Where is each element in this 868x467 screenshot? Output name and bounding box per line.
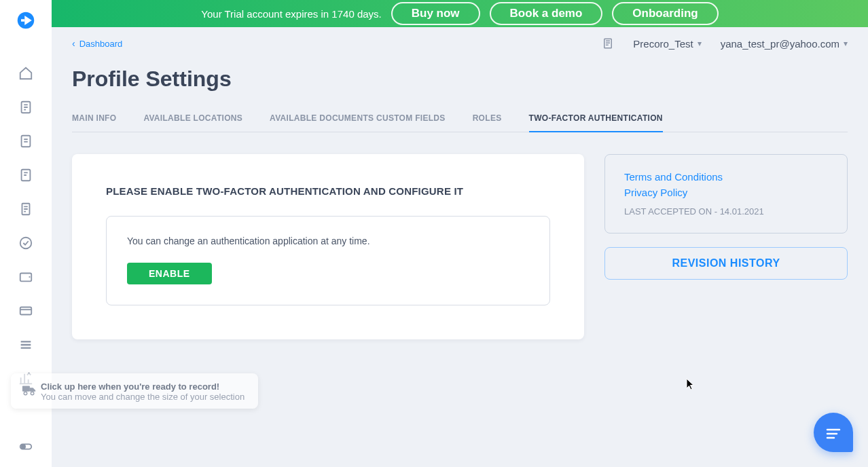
app-logo xyxy=(16,11,35,30)
tabs: MAIN INFO AVAILABLE LOCATIONS AVAILABLE … xyxy=(72,108,848,132)
chat-button[interactable] xyxy=(814,413,853,452)
docs-icon[interactable] xyxy=(602,37,614,50)
company-dropdown[interactable]: Precoro_Test ▾ xyxy=(633,38,701,50)
nav-doc3-icon[interactable] xyxy=(11,160,41,190)
header-bar: ‹ Dashboard Precoro_Test ▾ yana_test_pr@… xyxy=(52,27,868,60)
trial-banner: Your Trial account expires in 1740 days.… xyxy=(52,0,868,27)
record-tooltip: Click up here when you're ready to recor… xyxy=(11,373,258,409)
nav-toggle-icon[interactable] xyxy=(11,432,41,462)
trial-message: Your Trial account expires in 1740 days. xyxy=(201,8,381,20)
twofa-description: You can change an authentication applica… xyxy=(127,236,529,246)
buy-now-button[interactable]: Buy now xyxy=(391,2,480,25)
chat-icon xyxy=(825,424,842,441)
chevron-left-icon: ‹ xyxy=(72,38,75,49)
content-row: PLEASE ENABLE TWO-FACTOR AUTHENTICATION … xyxy=(72,154,848,339)
header-right: Precoro_Test ▾ yana_test_pr@yahoo.com ▾ xyxy=(602,37,848,50)
nav-doc2-icon[interactable] xyxy=(11,126,41,156)
tooltip-title: Click up here when you're ready to recor… xyxy=(41,381,247,392)
terms-link[interactable]: Terms and Conditions xyxy=(624,171,828,183)
chevron-down-icon: ▾ xyxy=(844,39,848,48)
revision-history-button[interactable]: REVISION HISTORY xyxy=(604,247,848,280)
svg-rect-8 xyxy=(20,307,32,315)
company-name: Precoro_Test xyxy=(633,38,693,50)
nav-list-icon[interactable] xyxy=(11,330,41,360)
book-demo-button[interactable]: Book a demo xyxy=(490,2,603,25)
left-column: PLEASE ENABLE TWO-FACTOR AUTHENTICATION … xyxy=(72,154,584,339)
tab-available-locations[interactable]: AVAILABLE LOCATIONS xyxy=(143,108,242,132)
nav-doc1-icon[interactable] xyxy=(11,92,41,122)
twofa-inner-card: You can change an authentication applica… xyxy=(106,216,550,305)
nav-check-icon[interactable] xyxy=(11,228,41,258)
right-column: Terms and Conditions Privacy Policy LAST… xyxy=(604,154,848,339)
tab-roles[interactable]: ROLES xyxy=(473,108,502,132)
tab-main-info[interactable]: MAIN INFO xyxy=(72,108,116,132)
legal-card: Terms and Conditions Privacy Policy LAST… xyxy=(604,154,848,234)
tab-custom-fields[interactable]: AVAILABLE DOCUMENTS CUSTOM FIELDS xyxy=(270,108,446,132)
user-email: yana_test_pr@yahoo.com xyxy=(721,38,839,50)
enable-button[interactable]: ENABLE xyxy=(127,263,212,284)
svg-point-14 xyxy=(31,392,34,395)
svg-rect-12 xyxy=(22,386,30,392)
user-dropdown[interactable]: yana_test_pr@yahoo.com ▾ xyxy=(721,38,848,50)
page-body: Profile Settings MAIN INFO AVAILABLE LOC… xyxy=(52,60,868,339)
twofa-card: PLEASE ENABLE TWO-FACTOR AUTHENTICATION … xyxy=(72,154,584,339)
svg-rect-1 xyxy=(21,19,24,22)
svg-point-6 xyxy=(20,238,32,249)
svg-point-10 xyxy=(22,445,25,449)
last-accepted-label: LAST ACCEPTED ON - 14.01.2021 xyxy=(624,206,828,217)
truck-icon xyxy=(22,383,37,396)
page-title: Profile Settings xyxy=(72,67,848,92)
nav-receipt-icon[interactable] xyxy=(11,194,41,224)
nav-home-icon[interactable] xyxy=(11,58,41,88)
tab-two-factor[interactable]: TWO-FACTOR AUTHENTICATION xyxy=(529,108,663,132)
nav-card-icon[interactable] xyxy=(11,296,41,326)
breadcrumb-label: Dashboard xyxy=(79,39,123,49)
breadcrumb[interactable]: ‹ Dashboard xyxy=(72,38,122,49)
svg-point-13 xyxy=(24,392,27,395)
nav-wallet-icon[interactable] xyxy=(11,262,41,292)
tooltip-subtitle: You can move and change the size of your… xyxy=(41,392,247,402)
privacy-link[interactable]: Privacy Policy xyxy=(624,187,828,198)
chevron-down-icon: ▾ xyxy=(698,39,702,48)
twofa-card-title: PLEASE ENABLE TWO-FACTOR AUTHENTICATION … xyxy=(106,185,550,197)
onboarding-button[interactable]: Onboarding xyxy=(612,2,718,25)
